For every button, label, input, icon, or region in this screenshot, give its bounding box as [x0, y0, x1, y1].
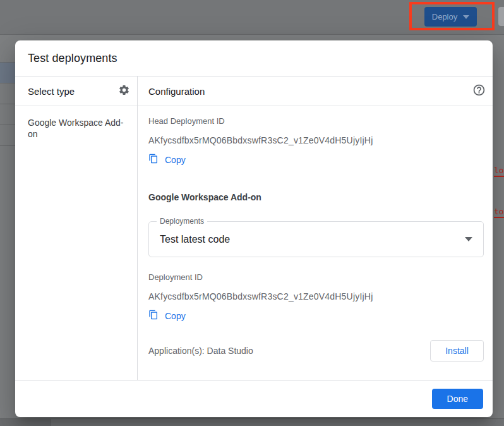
deploy-button[interactable]: Deploy — [424, 7, 477, 27]
file-row — [0, 125, 15, 146]
deployments-select-value: Test latest code — [160, 234, 230, 245]
select-type-pane: Select type Google Workspace Add-on — [15, 76, 138, 380]
test-deployments-dialog: Test deployments Select type Google Work… — [15, 40, 493, 417]
copy-head-deployment-id-button[interactable]: Copy — [148, 152, 186, 167]
application-label: Application(s): Data Studio — [148, 346, 253, 356]
screen: Deploy lo to Test deployments Select typ… — [0, 0, 504, 426]
scrimmed-statusbar-corner — [0, 419, 51, 426]
file-row — [0, 35, 15, 63]
application-row: Application(s): Data Studio Install — [148, 340, 484, 362]
configuration-header-label: Configuration — [148, 86, 205, 97]
chevron-down-icon — [463, 15, 469, 19]
copy-deployment-id-button[interactable]: Copy — [148, 308, 186, 323]
deployment-id-label: Deployment ID — [148, 272, 484, 282]
deployments-select[interactable]: Deployments Test latest code — [148, 221, 484, 257]
addon-section-header: Google Workspace Add-on — [148, 192, 484, 202]
scrimmed-toolbar: Deploy — [0, 0, 504, 35]
copy-button-label: Copy — [165, 155, 186, 165]
configuration-header: Configuration — [138, 76, 493, 106]
scrimmed-code-fragment: lo — [494, 166, 504, 177]
copy-icon — [148, 154, 159, 166]
file-row — [0, 104, 15, 125]
scrimmed-file-list — [0, 35, 15, 146]
install-button[interactable]: Install — [430, 340, 484, 362]
deployment-settings-button[interactable] — [118, 84, 130, 98]
scrimmed-code-fragment: to — [494, 207, 504, 218]
file-row-selected — [0, 63, 15, 83]
chevron-down-icon — [465, 237, 472, 241]
toolbar-button-sliver — [498, 7, 504, 26]
copy-icon — [148, 310, 159, 322]
dialog-body: Select type Google Workspace Add-on Conf… — [15, 76, 493, 380]
deploy-button-label: Deploy — [432, 12, 457, 21]
copy-button-label: Copy — [165, 311, 186, 321]
dialog-footer: Done — [15, 380, 493, 417]
gear-icon — [118, 84, 130, 98]
deployment-id-value: AKfycsdfbx5rMQ06BbdxswfR3sC2_v1Ze0V4dH5U… — [148, 291, 484, 301]
select-type-header-label: Select type — [28, 86, 75, 97]
configuration-pane: Configuration Head Deployment ID AKfycsd… — [138, 76, 493, 380]
head-deployment-id-value: AKfycsdfbx5rMQ06BbdxswfR3sC2_v1Ze0V4dH5U… — [148, 135, 484, 145]
dialog-title: Test deployments — [28, 52, 117, 65]
done-button[interactable]: Done — [432, 389, 483, 409]
file-row — [0, 83, 15, 104]
help-button[interactable] — [472, 83, 486, 99]
select-type-header: Select type — [15, 76, 137, 106]
type-item-google-workspace-addon[interactable]: Google Workspace Add-on — [15, 117, 137, 140]
deployments-select-label: Deployments — [157, 217, 207, 226]
dialog-titlebar: Test deployments — [15, 40, 493, 76]
scrimmed-statusbar — [0, 418, 504, 426]
configuration-content: Head Deployment ID AKfycsdfbx5rMQ06Bbdxs… — [138, 106, 493, 362]
head-deployment-id-label: Head Deployment ID — [148, 116, 484, 126]
help-icon — [472, 83, 486, 99]
